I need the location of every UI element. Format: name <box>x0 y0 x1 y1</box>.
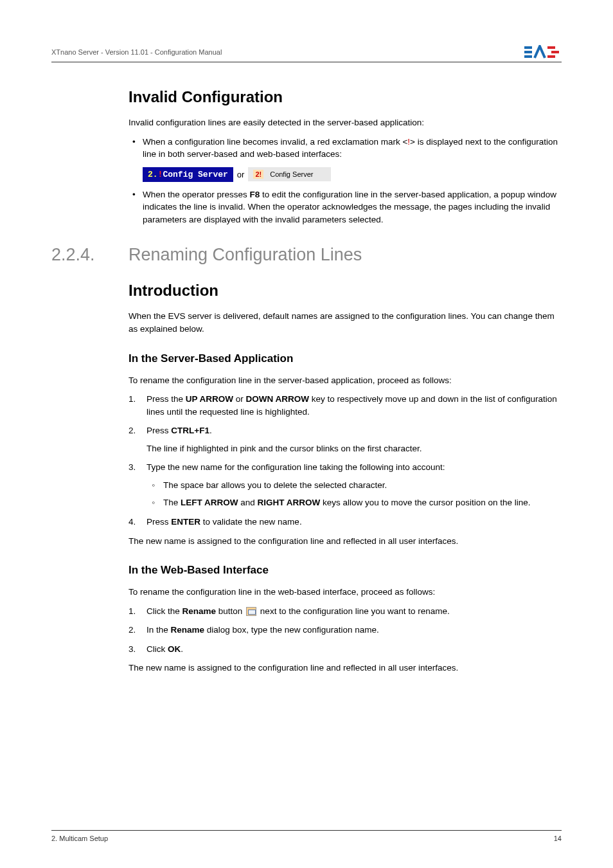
heading-web-based: In the Web-Based Interface <box>129 564 562 577</box>
svg-rect-5 <box>547 55 555 58</box>
evs-logo-icon <box>524 45 562 59</box>
paragraph: Invalid configuration lines are easily d… <box>129 116 562 129</box>
svg-rect-0 <box>524 46 532 49</box>
page-header: XTnano Server - Version 11.01 - Configur… <box>51 45 562 62</box>
list-item: 2. In the Rename dialog box, type the ne… <box>129 624 562 637</box>
section-title: Renaming Configuration Lines <box>129 245 362 265</box>
svg-rect-1 <box>524 51 532 53</box>
list-item: The space bar allows you to delete the s… <box>147 479 562 492</box>
heading-server-based: In the Server-Based Application <box>129 352 562 365</box>
list-item: 3. Type the new name for the configurati… <box>129 461 562 509</box>
or-text: or <box>237 170 245 179</box>
page-footer: 2. Multicam Setup 14 <box>51 830 562 842</box>
config-line-examples: 2.!Config Server or 2! Config Server <box>143 167 562 182</box>
heading-introduction: Introduction <box>129 282 562 300</box>
list-item: When the operator presses F8 to edit the… <box>129 188 562 226</box>
svg-rect-4 <box>551 51 559 53</box>
section-heading-row: 2.2.4. Renaming Configuration Lines <box>51 245 562 265</box>
section-number: 2.2.4. <box>51 245 129 265</box>
list-item: 4. Press ENTER to validate the new name. <box>129 516 562 529</box>
list-item: 2. Press CTRL+F1. The line if highlighte… <box>129 424 562 455</box>
paragraph: To rename the configuration line in the … <box>129 374 562 387</box>
footer-page-number: 14 <box>554 835 562 842</box>
web-config-badge: 2! Config Server <box>248 167 331 181</box>
heading-invalid-configuration: Invalid Configuration <box>129 88 562 106</box>
list-item: 1. Press the UP ARROW or DOWN ARROW key … <box>129 393 562 418</box>
list-item: 3. Click OK. <box>129 643 562 656</box>
list-item: The LEFT ARROW and RIGHT ARROW keys allo… <box>147 496 562 509</box>
paragraph: The new name is assigned to the configur… <box>129 662 562 674</box>
paragraph: The new name is assigned to the configur… <box>129 535 562 548</box>
paragraph: When the EVS server is delivered, defaul… <box>129 310 562 335</box>
rename-icon <box>246 607 256 616</box>
list-item: 1. Click the Rename button next to the c… <box>129 605 562 618</box>
list-item: When a configuration line becomes invali… <box>129 136 562 161</box>
header-title: XTnano Server - Version 11.01 - Configur… <box>51 48 222 56</box>
paragraph: To rename the configuration line in the … <box>129 586 562 599</box>
svg-rect-3 <box>547 46 555 49</box>
svg-rect-2 <box>524 55 532 58</box>
footer-section: 2. Multicam Setup <box>51 835 108 842</box>
sub-paragraph: The line if highlighted in pink and the … <box>147 442 562 455</box>
server-config-badge: 2.!Config Server <box>143 167 233 182</box>
